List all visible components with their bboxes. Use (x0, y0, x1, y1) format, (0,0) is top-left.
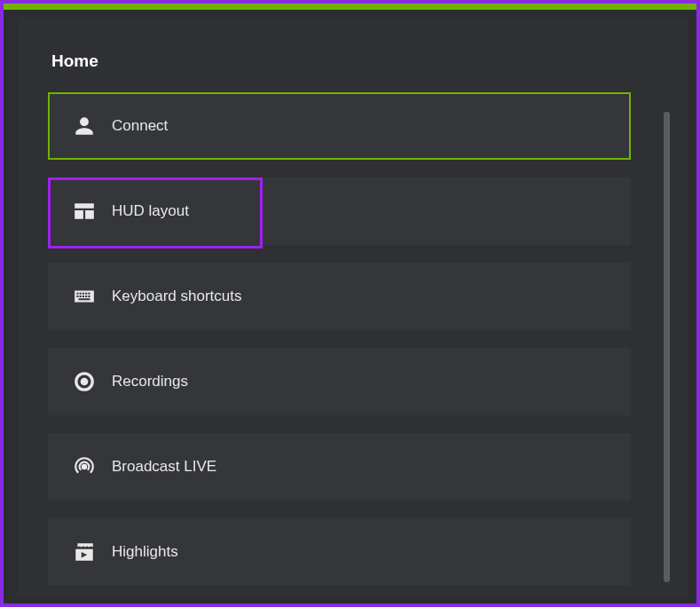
home-panel: Home Connect HUD layout Keyboard shortcu… (18, 18, 688, 598)
menu-item-label: Broadcast LIVE (112, 458, 216, 476)
menu-item-highlights[interactable]: Highlights (48, 518, 631, 586)
menu-item-hud-layout[interactable]: HUD layout (48, 177, 631, 245)
menu-item-keyboard-shortcuts[interactable]: Keyboard shortcuts (48, 263, 631, 330)
keyboard-icon (73, 285, 96, 308)
scrollbar[interactable] (664, 112, 670, 582)
menu-item-broadcast-live[interactable]: Broadcast LIVE (48, 433, 631, 501)
highlights-icon (73, 540, 96, 564)
menu-list: Connect HUD layout Keyboard shortcuts Re… (48, 92, 657, 586)
page-title: Home (48, 51, 657, 71)
menu-item-label: Connect (112, 117, 168, 135)
broadcast-icon (73, 455, 96, 478)
menu-item-recordings[interactable]: Recordings (48, 348, 631, 415)
record-icon (73, 370, 96, 393)
person-icon (73, 114, 96, 138)
menu-item-label: HUD layout (112, 202, 189, 220)
top-accent-bar (4, 4, 696, 10)
menu-item-label: Keyboard shortcuts (112, 288, 241, 305)
menu-item-label: Recordings (112, 373, 188, 390)
menu-item-connect[interactable]: Connect (48, 92, 631, 160)
layout-icon (73, 200, 96, 223)
menu-item-label: Highlights (112, 543, 178, 561)
